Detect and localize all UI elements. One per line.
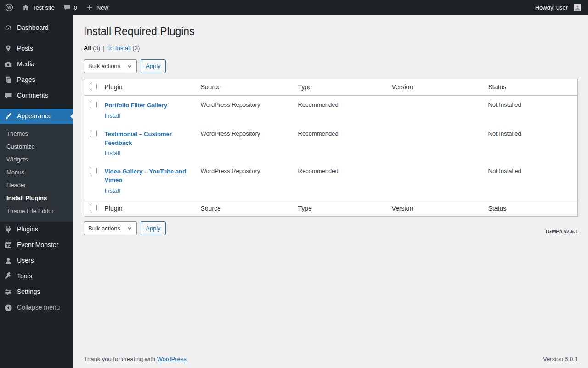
plugins-plug-icon	[4, 225, 13, 234]
footer: Thank you for creating with WordPress. V…	[84, 356, 578, 362]
tablenav-bottom: Bulk actions Apply TGMPA v2.6.1	[84, 221, 578, 235]
bulk-actions-value: Bulk actions	[88, 63, 120, 69]
plugin-source: WordPress Repository	[201, 162, 298, 200]
new-label: New	[96, 4, 108, 11]
footer-version: Version 6.0.1	[543, 356, 578, 362]
page-title: Install Required Plugins	[84, 15, 578, 39]
wordpress-link[interactable]: WordPress	[157, 356, 187, 362]
install-link[interactable]: Install	[105, 112, 120, 119]
comment-bubble-icon	[63, 3, 71, 12]
col-header-status: Status	[488, 79, 578, 95]
filter-all-link[interactable]: All (3)	[84, 45, 100, 52]
submenu-item-install-plugins[interactable]: Install Plugins	[0, 192, 74, 205]
site-name-menu[interactable]: Test site	[17, 0, 59, 15]
sidebar-item-appearance[interactable]: Appearance	[0, 109, 74, 124]
menu-separator	[0, 36, 74, 41]
plugin-row: Video Gallery – YouTube and Vimeo Instal…	[84, 162, 578, 200]
sidebar-label: Comments	[17, 92, 48, 100]
comments-icon	[4, 91, 13, 100]
howdy-label: Howdy, user	[535, 4, 568, 11]
footer-credit-suffix: .	[187, 356, 188, 362]
user-icon	[4, 256, 13, 265]
pages-icon	[4, 75, 13, 85]
tablenav-top: Bulk actions Apply	[84, 59, 578, 73]
install-link[interactable]: Install	[105, 150, 120, 156]
col-header-plugin: Plugin	[105, 79, 201, 95]
sidebar-item-comments[interactable]: Comments	[0, 88, 74, 104]
plugin-version	[392, 162, 488, 200]
filter-separator: |	[103, 45, 104, 52]
plugin-source: WordPress Repository	[201, 125, 298, 162]
sidebar-label: Media	[17, 60, 34, 69]
filter-all-label: All	[84, 45, 91, 52]
bulk-actions-select[interactable]: Bulk actions	[84, 59, 137, 73]
sidebar-item-pages[interactable]: Pages	[0, 72, 74, 88]
sidebar-item-tools[interactable]: Tools	[0, 269, 74, 284]
sidebar-item-dashboard[interactable]: Dashboard	[0, 20, 74, 36]
table-header-row: Plugin Source Type Version Status	[84, 79, 578, 95]
sidebar-item-collapse-menu[interactable]: Collapse menu	[0, 300, 74, 316]
plugins-table: Plugin Source Type Version Status Portfo…	[84, 79, 578, 217]
menu-separator	[0, 104, 74, 109]
apply-button-top[interactable]: Apply	[141, 59, 166, 73]
plugin-row: Portfolio Filter Gallery Install WordPre…	[84, 95, 578, 124]
plugin-version	[392, 95, 488, 124]
select-all-checkbox-bottom[interactable]	[90, 204, 97, 211]
row-checkbox[interactable]	[90, 101, 97, 108]
col-header-source: Source	[201, 79, 298, 95]
sidebar-item-users[interactable]: Users	[0, 253, 74, 269]
appearance-brush-icon	[4, 112, 13, 121]
select-all-checkbox-top[interactable]	[90, 83, 97, 90]
sidebar-item-event-monster[interactable]: Event Monster	[0, 237, 74, 253]
plugin-name-link[interactable]: Testimonial – Customer Feedback	[105, 130, 196, 148]
filter-links: All (3) | To Install (3)	[84, 45, 578, 52]
sidebar-label: Dashboard	[17, 24, 49, 32]
admin-sidebar: Dashboard Posts Media Pages Comments	[0, 15, 74, 368]
settings-sliders-icon	[4, 288, 13, 297]
main-content: Install Required Plugins All (3) | To In…	[74, 15, 588, 368]
apply-button-bottom[interactable]: Apply	[141, 221, 166, 235]
wp-logo-menu[interactable]: W	[1, 0, 17, 15]
plugin-status: Not Installed	[488, 162, 578, 200]
plugin-status: Not Installed	[488, 95, 578, 124]
filter-all-count: (3)	[93, 45, 100, 52]
submenu-item-theme-file-editor[interactable]: Theme File Editor	[0, 205, 74, 218]
sidebar-item-plugins[interactable]: Plugins	[0, 222, 74, 237]
footer-credit: Thank you for creating with WordPress.	[84, 356, 188, 362]
col-header-version: Version	[392, 79, 488, 95]
plugin-name-link[interactable]: Portfolio Filter Gallery	[105, 101, 196, 110]
submenu-item-widgets[interactable]: Widgets	[0, 153, 74, 166]
row-checkbox[interactable]	[90, 167, 97, 174]
install-link[interactable]: Install	[105, 187, 120, 194]
col-footer-plugin: Plugin	[105, 200, 201, 217]
sidebar-label: Pages	[17, 76, 35, 84]
current-menu-arrow	[70, 113, 74, 120]
home-icon	[22, 3, 30, 12]
submenu-item-menus[interactable]: Menus	[0, 166, 74, 179]
row-checkbox[interactable]	[90, 130, 97, 137]
comments-menu[interactable]: 0	[59, 0, 81, 15]
col-footer-type: Type	[298, 200, 392, 217]
filter-to-install-link[interactable]: To Install (3)	[107, 45, 140, 52]
submenu-item-themes[interactable]: Themes	[0, 127, 74, 140]
sidebar-item-media[interactable]: Media	[0, 57, 74, 72]
sidebar-label: Plugins	[17, 225, 38, 234]
comments-count: 0	[74, 4, 77, 11]
wrench-icon	[4, 272, 13, 281]
sidebar-item-posts[interactable]: Posts	[0, 41, 74, 57]
plugin-source: WordPress Repository	[201, 95, 298, 124]
my-account-menu[interactable]: Howdy, user	[531, 0, 585, 15]
media-camera-icon	[4, 60, 13, 69]
table-footer-row: Plugin Source Type Version Status	[84, 200, 578, 217]
footer-credit-prefix: Thank you for creating with	[84, 356, 157, 362]
sidebar-label: Collapse menu	[17, 304, 60, 312]
col-footer-version: Version	[392, 200, 488, 217]
plugin-name-link[interactable]: Video Gallery – YouTube and Vimeo	[105, 167, 196, 185]
submenu-item-customize[interactable]: Customize	[0, 140, 74, 153]
submenu-item-header[interactable]: Header	[0, 179, 74, 192]
chevron-down-icon	[127, 63, 132, 69]
sidebar-item-settings[interactable]: Settings	[0, 284, 74, 300]
wordpress-logo-icon: W	[5, 3, 13, 12]
bulk-actions-select-bottom[interactable]: Bulk actions	[84, 221, 137, 235]
new-content-menu[interactable]: New	[81, 0, 113, 15]
